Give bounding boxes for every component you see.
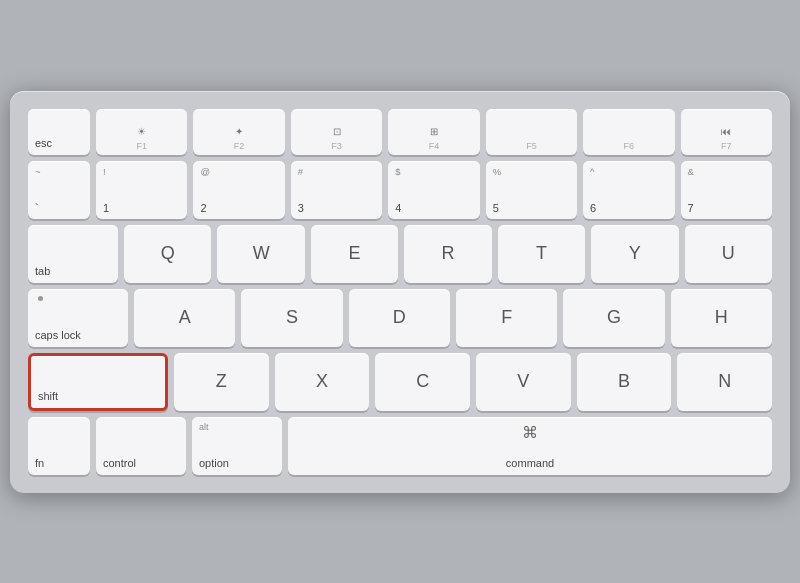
key-c[interactable]: C [375, 353, 470, 411]
function-row: esc ☀ F1 ✦ F2 ⊡ F3 ⊞ F4 F5 F6 ⏮ F7 [28, 109, 772, 155]
key-2[interactable]: @ 2 [193, 161, 284, 219]
key-fn-label: fn [35, 457, 44, 469]
key-control-label: control [103, 457, 136, 469]
key-backtick-top: ~ [35, 166, 41, 177]
modifier-row: fn control alt option ⌘ command [28, 417, 772, 475]
key-option-label: option [199, 457, 229, 469]
key-z[interactable]: Z [174, 353, 269, 411]
key-backtick-bottom: ` [35, 202, 39, 214]
zxcv-row: shift Z X C V B N [28, 353, 772, 411]
key-1-bottom: 1 [103, 202, 109, 214]
key-esc[interactable]: esc [28, 109, 90, 155]
key-f2[interactable]: ✦ F2 [193, 109, 284, 155]
key-shift-left[interactable]: shift [28, 353, 168, 411]
key-e[interactable]: E [311, 225, 398, 283]
key-5-top: % [493, 166, 501, 177]
key-u[interactable]: U [685, 225, 772, 283]
key-4-bottom: 4 [395, 202, 401, 214]
key-3-top: # [298, 166, 303, 177]
key-5-bottom: 5 [493, 202, 499, 214]
key-q[interactable]: Q [124, 225, 211, 283]
key-x[interactable]: X [275, 353, 370, 411]
key-6-top: ^ [590, 166, 594, 177]
key-2-bottom: 2 [200, 202, 206, 214]
key-v[interactable]: V [476, 353, 571, 411]
key-f4[interactable]: ⊞ F4 [388, 109, 479, 155]
key-b[interactable]: B [577, 353, 672, 411]
key-f2-icon: ✦ [235, 126, 243, 138]
key-s[interactable]: S [241, 289, 342, 347]
key-g[interactable]: G [563, 289, 664, 347]
asdf-row: caps lock A S D F G H [28, 289, 772, 347]
key-shift-label: shift [38, 390, 58, 402]
key-f3-icon: ⊡ [333, 126, 341, 138]
key-backtick[interactable]: ~ ` [28, 161, 90, 219]
key-capslock[interactable]: caps lock [28, 289, 128, 347]
key-command[interactable]: ⌘ command [288, 417, 772, 475]
key-7-bottom: 7 [688, 202, 694, 214]
key-5[interactable]: % 5 [486, 161, 577, 219]
key-esc-label: esc [35, 137, 52, 149]
key-h[interactable]: H [671, 289, 772, 347]
key-y[interactable]: Y [591, 225, 678, 283]
key-f[interactable]: F [456, 289, 557, 347]
key-3-bottom: 3 [298, 202, 304, 214]
key-f5[interactable]: F5 [486, 109, 577, 155]
key-7-top: & [688, 166, 694, 177]
key-f3[interactable]: ⊡ F3 [291, 109, 382, 155]
key-f1-icon: ☀ [137, 126, 146, 138]
key-command-label: command [506, 457, 554, 469]
key-f6[interactable]: F6 [583, 109, 674, 155]
key-f4-icon: ⊞ [430, 126, 438, 138]
key-1[interactable]: ! 1 [96, 161, 187, 219]
qwerty-row: tab Q W E R T Y U [28, 225, 772, 283]
key-3[interactable]: # 3 [291, 161, 382, 219]
key-option[interactable]: alt option [192, 417, 282, 475]
key-7[interactable]: & 7 [681, 161, 772, 219]
key-a[interactable]: A [134, 289, 235, 347]
key-t[interactable]: T [498, 225, 585, 283]
key-4[interactable]: $ 4 [388, 161, 479, 219]
key-f7-icon: ⏮ [721, 126, 731, 138]
key-fn[interactable]: fn [28, 417, 90, 475]
key-r[interactable]: R [404, 225, 491, 283]
key-4-top: $ [395, 166, 400, 177]
key-6[interactable]: ^ 6 [583, 161, 674, 219]
key-f1[interactable]: ☀ F1 [96, 109, 187, 155]
key-n[interactable]: N [677, 353, 772, 411]
caps-lock-indicator [38, 296, 43, 301]
number-row: ~ ` ! 1 @ 2 # 3 $ 4 % 5 ^ 6 & 7 [28, 161, 772, 219]
key-tab-label: tab [35, 265, 50, 277]
key-command-symbol: ⌘ [522, 423, 538, 442]
key-capslock-label: caps lock [35, 329, 81, 341]
keyboard: esc ☀ F1 ✦ F2 ⊡ F3 ⊞ F4 F5 F6 ⏮ F7 [10, 91, 790, 493]
key-w[interactable]: W [217, 225, 304, 283]
key-d[interactable]: D [349, 289, 450, 347]
key-1-top: ! [103, 166, 106, 177]
key-control[interactable]: control [96, 417, 186, 475]
key-alt-label: alt [199, 422, 209, 432]
key-f7[interactable]: ⏮ F7 [681, 109, 772, 155]
key-6-bottom: 6 [590, 202, 596, 214]
key-2-top: @ [200, 166, 210, 177]
key-tab[interactable]: tab [28, 225, 118, 283]
